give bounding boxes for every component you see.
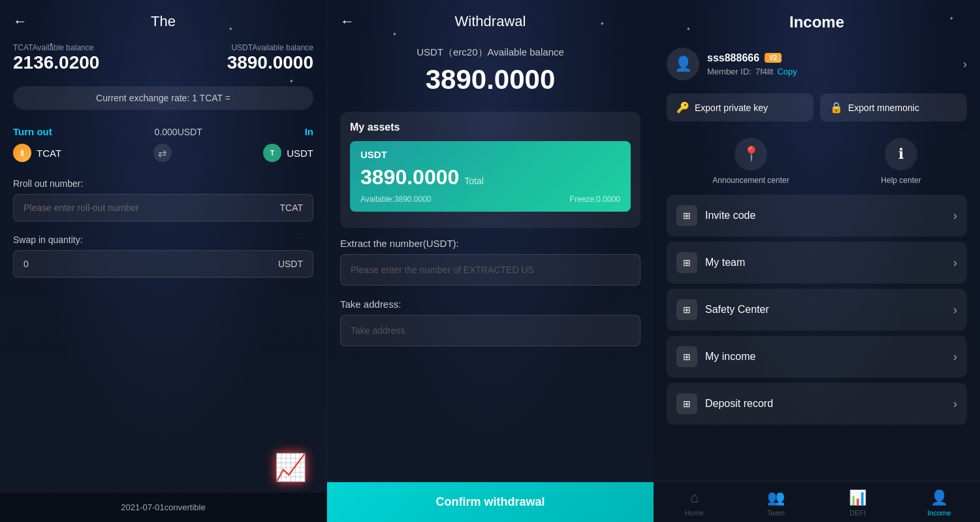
bottom-nav: ⌂ Home 👥 Team 📊 DEFI 👤 Income [654,481,980,522]
swap-in-box: 0 USDT [13,250,313,278]
swap-in-section: Swap in quantity: 0 USDT [0,228,326,284]
copy-button[interactable]: Copy [777,67,797,76]
announcement-label: Announcement center [712,176,789,185]
asset-total-row: 3890.0000 Total [360,165,620,189]
withdrawal-panel: ✦ ✦ · ← Withdrawal USDT（erc20）Available … [326,0,654,522]
tcat-balance-col: TCATAvailable balance 2136.0200 [13,43,99,73]
safety-center-icon: ⊞ [676,299,697,320]
usdt-token-item[interactable]: T USDT [263,144,313,162]
swap-in-value: 0 [24,259,29,269]
nav-defi[interactable]: 📊 DEFI [817,481,898,522]
exchange-header: ← The [0,0,326,37]
username: sss888666 [707,52,759,64]
invite-code-icon: ⊞ [676,205,697,226]
nav-team[interactable]: 👥 Team [735,481,817,522]
asset-total-label: Total [464,176,484,186]
take-address-label: Take address: [340,299,640,310]
income-nav-label: Income [927,509,951,517]
roll-out-input[interactable] [24,203,279,213]
roll-out-suffix: TCAT [279,203,303,213]
my-team-label: My team [705,257,945,269]
roll-out-section: Rroll out number: TCAT [0,172,326,228]
withdrawal-title: Withdrawal [455,13,526,30]
withdrawal-back-button[interactable]: ← [340,13,355,30]
exchange-rate-box: Current exchange rate: 1 TCAT = [13,86,313,110]
confirm-withdrawal-button[interactable]: Confirm withdrawal [327,482,654,522]
home-icon: ⌂ [690,489,699,506]
announcement-center-item[interactable]: 📍 Announcement center [712,138,789,185]
member-id-value: 7f4llt [755,67,773,76]
deposit-record-menu-item[interactable]: ⊞ Deposit record › [667,383,967,425]
income-title: Income [654,0,980,41]
center-icons-row: 📍 Announcement center ℹ Help center [654,128,980,188]
member-id-label: Member ID: [707,67,751,76]
exchange-panel: ✦ ✦ ✦ · · ← The TCATAvailable balance 21… [0,0,326,522]
my-assets-card: My assets USDT 3890.0000 Total Available… [340,112,640,228]
usdt-icon: T [263,144,281,162]
help-icon: ℹ [885,138,917,171]
help-center-item[interactable]: ℹ Help center [881,138,921,185]
available-label: Available:3890.0000 [360,195,432,204]
announcement-icon: 📍 [735,138,767,171]
nav-income[interactable]: 👤 Income [898,481,980,522]
defi-icon: 📊 [849,489,866,506]
take-address-section: Take address: [327,295,654,350]
swap-in-suffix: USDT [278,259,303,269]
deposit-record-label: Deposit record [705,398,945,410]
nav-home[interactable]: ⌂ Home [654,481,735,522]
user-section: 👤 sss888666 V2 Member ID: 7f4llt Copy › [654,41,980,87]
help-label: Help center [881,176,921,185]
usdt-balance-col: USDTAvailable balance 3890.0000 [227,43,313,73]
avatar: 👤 [667,48,699,80]
panel1-title: The [151,13,176,30]
invite-code-chevron: › [953,209,957,223]
roll-out-input-box: TCAT [13,194,313,221]
usdt-tab-name: USDT [360,149,620,160]
token-row: ₿ TCAT ⇄ T USDT [0,140,326,172]
exchange-rate-text: Current exchange rate: 1 TCAT = [96,93,230,103]
home-label: Home [685,509,704,517]
user-section-chevron[interactable]: › [963,57,967,71]
my-team-icon: ⊞ [676,252,697,273]
username-row: sss888666 V2 [707,52,955,64]
v2-badge: V2 [765,53,782,63]
take-address-input-box [340,315,640,346]
extract-label: Extract the number(USDT): [340,238,640,249]
withdrawal-header: ← Withdrawal [327,0,654,37]
my-income-menu-item[interactable]: ⊞ My income › [667,336,967,378]
panel1-footer: 2021-07-01convertible [0,493,326,522]
my-team-chevron: › [953,256,957,270]
export-private-key-button[interactable]: 🔑 Export private key [667,93,814,122]
usdt-token-name: USDT [287,148,313,159]
extract-section: Extract the number(USDT): [327,235,654,289]
usdt-asset-tab[interactable]: USDT 3890.0000 Total Available:3890.0000… [350,141,631,212]
invite-code-menu-item[interactable]: ⊞ Invite code › [667,195,967,237]
export-mnemonic-button[interactable]: 🔒 Export mnemonic [820,93,967,122]
safety-center-menu-item[interactable]: ⊞ Safety Center › [667,289,967,331]
withdrawal-balance-value: 3890.0000 [340,64,640,95]
team-icon: 👥 [767,489,785,506]
usdt-balance-label: USDTAvailable balance [227,43,313,52]
withdrawal-balance-label: USDT（erc20）Available balance [340,46,640,59]
export-private-key-label: Export private key [695,103,768,113]
user-info: sss888666 V2 Member ID: 7f4llt Copy [707,52,955,76]
key-buttons-row: 🔑 Export private key 🔒 Export mnemonic [654,87,980,128]
roll-out-label: Rroll out number: [13,178,313,189]
team-label: Team [767,509,785,517]
my-team-menu-item[interactable]: ⊞ My team › [667,242,967,284]
chart-icon-area: 📈 [274,452,307,483]
my-income-chevron: › [953,350,957,364]
swap-direction-row: Turn out 0.000USDT In [0,116,326,140]
tcat-icon: ₿ [13,144,31,162]
menu-list: ⊞ Invite code › ⊞ My team › ⊞ Safety Cen… [654,188,980,431]
swap-amount: 0.000USDT [155,127,202,137]
tcat-token-name: TCAT [37,148,61,159]
take-address-input[interactable] [351,325,630,336]
income-icon: 👤 [930,489,948,506]
extract-input[interactable] [351,265,630,275]
back-button[interactable]: ← [13,13,27,30]
export-mnemonic-label: Export mnemonic [848,103,919,113]
tcat-balance-value: 2136.0200 [13,52,99,73]
defi-label: DEFI [849,509,866,517]
tcat-token-item[interactable]: ₿ TCAT [13,144,61,162]
